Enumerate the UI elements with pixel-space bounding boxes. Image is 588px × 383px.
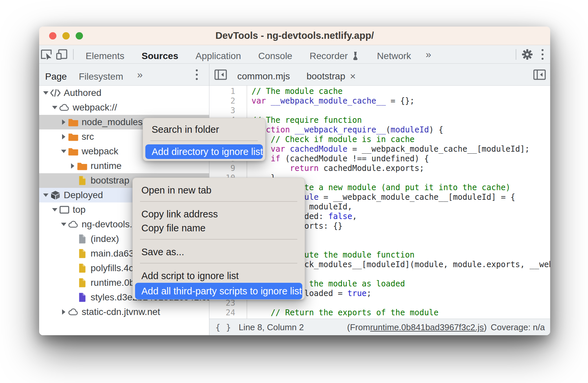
line-number[interactable]: 2 bbox=[209, 96, 247, 106]
cube-icon bbox=[50, 190, 61, 200]
line-number[interactable]: 23 bbox=[209, 298, 247, 308]
cloud-icon bbox=[59, 103, 70, 113]
caret-placeholder bbox=[69, 264, 77, 272]
menu-divider bbox=[150, 140, 258, 141]
tree-item-label: runtime.0b bbox=[91, 277, 134, 288]
folder-icon bbox=[77, 161, 88, 171]
caret-placeholder bbox=[69, 250, 77, 258]
disclosure-triangle-icon[interactable] bbox=[60, 147, 68, 155]
folder-icon bbox=[68, 132, 79, 142]
disclosure-triangle-icon[interactable] bbox=[42, 89, 50, 97]
tree-item-label: static-cdn.jtvnw.net bbox=[82, 307, 160, 317]
flask-experiment-icon bbox=[348, 51, 360, 61]
inspect-element-icon[interactable] bbox=[39, 45, 54, 63]
file-yellow-icon bbox=[77, 249, 88, 259]
caret-placeholder bbox=[69, 235, 77, 243]
code-line: // Check if module is in cache bbox=[252, 135, 550, 144]
menu-item-open-in-new-tab[interactable]: Open in new tab bbox=[133, 183, 305, 197]
disclosure-triangle-icon[interactable] bbox=[60, 133, 68, 141]
minimize-window-button[interactable] bbox=[62, 32, 70, 39]
file-yellow-icon bbox=[77, 263, 88, 273]
menu-item-add-all-third-party-scripts-to-ignore-list[interactable]: Add all third-party scripts to ignore li… bbox=[135, 283, 302, 299]
tree-item-label: Authored bbox=[64, 88, 102, 98]
file-context-menu: Open in new tabCopy link addressCopy fil… bbox=[132, 178, 305, 300]
code-line: function __webpack_require__(moduleId) { bbox=[252, 125, 550, 135]
tab-label: Network bbox=[377, 51, 411, 61]
cloud-icon bbox=[68, 219, 79, 229]
tree-item-label: polyfills.4c bbox=[91, 263, 133, 273]
disclosure-triangle-icon[interactable] bbox=[60, 118, 68, 126]
line-number[interactable]: 1 bbox=[209, 87, 247, 96]
code-icon bbox=[50, 88, 61, 98]
line-number[interactable]: 9 bbox=[209, 164, 247, 173]
tree-item-label: Deployed bbox=[64, 190, 103, 200]
tree-item-static-cdn-jtvnw-net[interactable]: static-cdn.jtvnw.net bbox=[39, 305, 209, 319]
folder-context-menu: Search in folderAdd directory to ignore … bbox=[143, 118, 265, 161]
settings-gear-icon[interactable] bbox=[520, 45, 535, 63]
disclosure-triangle-icon[interactable] bbox=[51, 104, 59, 112]
code-line: // Return the exports of the module bbox=[252, 308, 550, 318]
code-line: // The require function bbox=[252, 115, 550, 125]
editor-tab-bootstrap[interactable]: bootstrap× bbox=[300, 64, 362, 89]
device-toolbar-icon[interactable] bbox=[54, 45, 70, 63]
tab-label: Recorder bbox=[310, 51, 348, 61]
code-line bbox=[252, 298, 550, 308]
disclosure-triangle-icon[interactable] bbox=[51, 206, 59, 214]
sourcemap-file-link[interactable]: runtime.0b841bad3967f3c2.js bbox=[370, 322, 484, 333]
devtools-window: DevTools - ng-devtools.netlify.app/ Elem… bbox=[39, 27, 550, 335]
traffic-lights bbox=[49, 32, 83, 39]
pretty-print-icon[interactable]: { } bbox=[215, 323, 231, 332]
menu-item-add-script-to-ignore-list[interactable]: Add script to ignore list bbox=[133, 269, 305, 283]
window-title: DevTools - ng-devtools.netlify.app/ bbox=[39, 30, 550, 41]
menu-item-copy-link-address[interactable]: Copy link address bbox=[133, 207, 305, 221]
disclosure-triangle-icon[interactable] bbox=[60, 220, 68, 228]
devtools-toolbar: ElementsSourcesApplicationConsoleRecorde… bbox=[39, 45, 550, 64]
navigator-kebab-menu-icon[interactable] bbox=[196, 69, 198, 80]
show-debugger-icon[interactable] bbox=[533, 69, 546, 81]
file-yellow-icon bbox=[77, 176, 88, 186]
tree-item-authored[interactable]: Authored bbox=[39, 86, 209, 100]
editor-tab-common-mjs[interactable]: common.mjs bbox=[231, 64, 297, 89]
disclosure-triangle-icon[interactable] bbox=[42, 191, 50, 199]
menu-divider bbox=[140, 201, 297, 202]
disclosure-triangle-icon[interactable] bbox=[69, 162, 77, 170]
tab-label: Application bbox=[195, 51, 241, 61]
folder-icon bbox=[68, 117, 79, 127]
tree-item-webpack[interactable]: webpack:// bbox=[39, 100, 209, 115]
code-line: // The module cache bbox=[252, 87, 550, 96]
tree-item-label: bootstrap bbox=[91, 175, 129, 186]
line-number[interactable]: 24 bbox=[209, 308, 247, 318]
editor-statusbar: { } Line 8, Column 2 (From runtime.0b841… bbox=[209, 319, 550, 335]
coverage-status: Coverage: n/a bbox=[491, 322, 545, 333]
caret-placeholder bbox=[69, 293, 77, 301]
zoom-window-button[interactable] bbox=[76, 32, 83, 39]
customize-devtools-icon[interactable] bbox=[535, 49, 550, 60]
menu-divider bbox=[140, 263, 297, 264]
menu-item-search-in-folder[interactable]: Search in folder bbox=[143, 122, 265, 137]
navigator-tabbar: PageFilesystem » bbox=[39, 64, 209, 86]
menu-item-copy-file-name[interactable]: Copy file name bbox=[133, 221, 305, 235]
close-window-button[interactable] bbox=[49, 32, 56, 39]
hide-navigator-icon[interactable] bbox=[214, 69, 227, 81]
more-panels-icon[interactable]: » bbox=[420, 49, 437, 60]
disclosure-triangle-icon[interactable] bbox=[60, 308, 68, 316]
menu-item-save-as[interactable]: Save as... bbox=[133, 245, 305, 259]
line-number[interactable]: 3 bbox=[209, 106, 247, 115]
tab-label: Sources bbox=[142, 51, 179, 61]
more-navigator-tabs-icon[interactable]: » bbox=[129, 69, 151, 80]
tree-item-label: ng-devtools. bbox=[82, 219, 132, 230]
tree-item-label: webpack:// bbox=[73, 102, 117, 113]
close-tab-icon[interactable]: × bbox=[350, 71, 356, 81]
menu-item-add-directory-to-ignore-list[interactable]: Add directory to ignore list bbox=[145, 144, 263, 159]
code-line: var cachedModule = __webpack_module_cach… bbox=[252, 144, 550, 154]
tab-label: Console bbox=[258, 51, 292, 61]
folder-icon bbox=[68, 146, 79, 156]
file-yellow-icon bbox=[77, 278, 88, 288]
tree-item-label: webpack bbox=[82, 146, 118, 157]
frame-icon bbox=[59, 205, 70, 215]
tree-item-label: (index) bbox=[91, 234, 119, 244]
tree-item-label: top bbox=[73, 204, 86, 215]
cursor-position: Line 8, Column 2 bbox=[239, 322, 304, 333]
tree-item-label: node_modules bbox=[82, 117, 143, 127]
cloud-icon bbox=[68, 307, 79, 317]
